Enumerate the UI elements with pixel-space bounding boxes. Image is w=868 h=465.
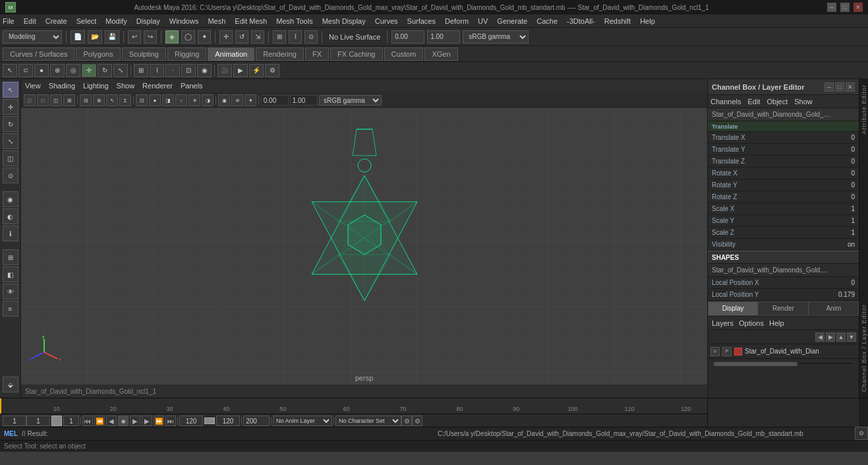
channel-local-pos-x[interactable]: Local Position X 0 — [708, 277, 859, 289]
step-back-btn[interactable]: ⏪ — [94, 416, 105, 426]
color-value-input[interactable] — [391, 30, 424, 44]
vp-menu-lighting[interactable]: Lighting — [83, 82, 109, 90]
info-lt-btn[interactable]: ℹ — [3, 226, 18, 241]
scale-lt-btn[interactable]: ⤡ — [3, 133, 18, 149]
snap-point-ic-btn[interactable]: · — [165, 64, 180, 77]
channel-box-label-strip[interactable]: Channel Box / Layer Editor — [860, 301, 868, 395]
vp-ao-btn[interactable]: ○ — [175, 94, 187, 106]
layer-arrow-left[interactable]: ◀ — [815, 332, 825, 342]
channel-box-scrollbar[interactable] — [710, 360, 856, 367]
vp-motion-btn[interactable]: ≋ — [231, 94, 243, 106]
next-frame-btn[interactable]: ▶ — [142, 416, 152, 426]
snap-point-button[interactable]: ⊙ — [304, 30, 318, 44]
menu-redshift[interactable]: Redshift — [604, 17, 631, 25]
select-lt-btn[interactable]: ↖ — [3, 82, 18, 98]
tab-sculpting[interactable]: Sculpting — [122, 47, 166, 61]
vp-cam-btn[interactable]: 🎥 — [24, 94, 36, 106]
channel-scale-x[interactable]: Scale X 1 — [708, 203, 859, 215]
maximize-button[interactable]: □ — [840, 3, 850, 12]
step-size-field[interactable] — [243, 416, 270, 426]
ipr-icon-btn[interactable]: ⚡ — [249, 64, 264, 77]
snap-grid-button[interactable]: ⊞ — [273, 30, 286, 44]
snap-live-ic-btn[interactable]: ◉ — [197, 64, 212, 77]
redo-button[interactable]: ↪ — [144, 30, 157, 44]
vis-lt-btn[interactable]: 👁 — [3, 284, 18, 299]
scale-value-input[interactable] — [427, 30, 460, 44]
channel-rotate-x[interactable]: Rotate X 0 — [708, 168, 859, 179]
skip-to-start-btn[interactable]: ⏮ — [82, 416, 93, 426]
vp-scale-input[interactable] — [290, 95, 318, 106]
vp-dof-btn[interactable]: ◉ — [218, 94, 230, 106]
rotate-tool-button[interactable]: ↺ — [235, 30, 248, 44]
select-tool-button[interactable]: ◈ — [165, 30, 179, 44]
close-button[interactable]: ✕ — [854, 3, 863, 12]
tab-rigging[interactable]: Rigging — [167, 47, 206, 61]
tab-fx[interactable]: FX — [305, 47, 329, 61]
vp-menu-view[interactable]: View — [25, 82, 41, 90]
menu-file[interactable]: File — [3, 17, 14, 25]
scale-icon-btn[interactable]: ⤡ — [113, 64, 128, 77]
menu-uv[interactable]: UV — [478, 17, 488, 25]
snap-view-ic-btn[interactable]: ⊡ — [181, 64, 196, 77]
menu-mesh[interactable]: Mesh — [208, 17, 225, 25]
play-btn[interactable]: ▶ — [130, 416, 140, 426]
vp-mode1-btn[interactable]: □ — [37, 94, 49, 106]
render-icon-btn[interactable]: ▶ — [233, 64, 248, 77]
menu-edit-mesh[interactable]: Edit Mesh — [235, 17, 267, 25]
new-scene-button[interactable]: 📄 — [71, 30, 85, 44]
lasso-button[interactable]: ◯ — [181, 30, 195, 44]
vp-color-input[interactable] — [261, 95, 289, 106]
scale-tool-button[interactable]: ⇲ — [251, 30, 264, 44]
end-frame-field[interactable] — [179, 416, 203, 426]
vp-menu-renderer[interactable]: Renderer — [142, 82, 173, 90]
paint-lt-btn[interactable]: ◐ — [3, 208, 18, 224]
tab-curves-surfaces[interactable]: Curves / Surfaces — [3, 47, 74, 61]
tab-rendering[interactable]: Rendering — [256, 47, 304, 61]
soft-lt-btn[interactable]: ◉ — [3, 191, 18, 207]
paint-icon-btn[interactable]: ● — [34, 64, 49, 77]
char-set-dropdown[interactable]: No Character Set — [335, 416, 401, 426]
transform-icon-btn[interactable]: ⊕ — [50, 64, 65, 77]
undo-button[interactable]: ↩ — [128, 30, 141, 44]
vp-fx-btn[interactable]: ✦ — [245, 94, 256, 106]
cam-icon-btn[interactable]: 🎥 — [217, 64, 232, 77]
snap-lt-btn[interactable]: ⊙ — [3, 168, 18, 183]
menu-deform[interactable]: Deform — [445, 17, 469, 25]
mode-dropdown[interactable]: Modeling — [3, 30, 62, 44]
vp-menu-show[interactable]: Show — [117, 82, 135, 90]
playhead[interactable] — [0, 398, 1, 414]
anim-layer-dropdown[interactable]: No Anim Layer — [273, 416, 332, 426]
menu-generate[interactable]: Generate — [497, 17, 527, 25]
channel-translate-y[interactable]: Translate Y 0 — [708, 144, 859, 156]
color-space-dropdown[interactable]: sRGB gamma — [463, 30, 529, 44]
channel-scale-y[interactable]: Scale Y 1 — [708, 215, 859, 227]
skip-to-end-btn[interactable]: ⏭ — [165, 416, 176, 426]
playback-end-field[interactable] — [216, 416, 240, 426]
menu-modify[interactable]: Modify — [105, 17, 127, 25]
tab-fx-caching[interactable]: FX Caching — [330, 47, 382, 61]
grid-lt-btn[interactable]: ⊞ — [3, 249, 18, 265]
menu-display[interactable]: Display — [136, 17, 160, 25]
menu-mesh-display[interactable]: Mesh Display — [322, 17, 366, 25]
layer-arrow-down[interactable]: ▼ — [847, 332, 856, 342]
tab-xgen[interactable]: XGen — [424, 47, 457, 61]
vp-mode2-btn[interactable]: ◫ — [50, 94, 62, 106]
channel-scale-z[interactable]: Scale Z 1 — [708, 227, 859, 239]
menu-create[interactable]: Create — [45, 17, 67, 25]
vp-select-btn[interactable]: ↖ — [106, 94, 118, 106]
cb-close-btn[interactable]: ✕ — [846, 82, 855, 92]
layers-menu-help[interactable]: Help — [769, 319, 784, 327]
menu-curves[interactable]: Curves — [375, 17, 398, 25]
vp-smooth-btn[interactable]: ● — [149, 94, 161, 106]
tab-animation[interactable]: Animation — [208, 47, 254, 61]
menu-mesh-tools[interactable]: Mesh Tools — [276, 17, 312, 25]
layer-p-toggle[interactable]: P — [722, 347, 732, 356]
step-fwd-btn[interactable]: ⏩ — [154, 416, 164, 426]
tab-anim[interactable]: Anim — [809, 301, 859, 316]
window-controls[interactable]: ─ □ ✕ — [827, 3, 863, 12]
vp-grid-btn[interactable]: ⊟ — [80, 94, 92, 106]
camera-lt-btn[interactable]: ◧ — [3, 266, 18, 282]
bottom-lt-btn[interactable]: ⬙ — [3, 377, 18, 392]
menu-3dtoall[interactable]: -3DtoAll- — [567, 17, 595, 25]
frame-step-field[interactable] — [26, 416, 50, 426]
